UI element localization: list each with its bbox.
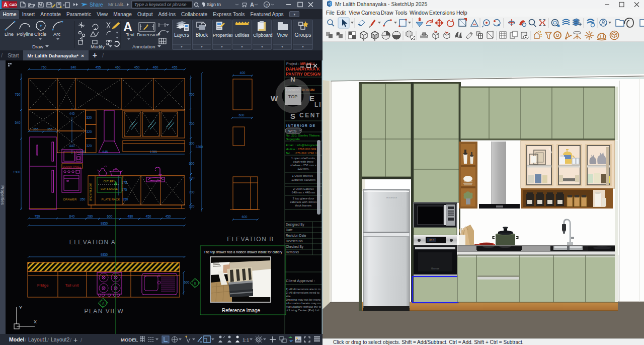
svg-text:ELEVATION A: ELEVATION A	[69, 239, 116, 246]
svg-text:Mr Lalith Dahanayaka - SketchU: Mr Lalith Dahanayaka - SketchUp 2025	[335, 1, 427, 7]
svg-text:88:8: 88:8	[429, 239, 434, 242]
svg-text:750: 750	[35, 215, 40, 218]
svg-text:9850: 9850	[101, 222, 108, 225]
svg-text:INTERIOR DE: INTERIOR DE	[286, 124, 315, 127]
svg-text:Drawing may not be repro: Drawing may not be repro	[286, 298, 321, 301]
svg-text:Revised No: Revised No	[286, 239, 303, 243]
svg-text:WCS: WCS	[288, 129, 297, 133]
svg-text:300: 300	[189, 142, 195, 145]
svg-text:each with three: each with three	[293, 160, 314, 163]
svg-text:?: ?	[266, 3, 268, 8]
svg-text:DRAWER: DRAWER	[63, 198, 77, 201]
svg-text:355: 355	[47, 127, 53, 131]
svg-text:450: 450	[166, 215, 171, 218]
svg-text:W: W	[271, 94, 278, 103]
svg-text:shelves - 250 mm x: shelves - 250 mm x	[290, 164, 316, 167]
svg-text:Email : info@livingcente: Email : info@livingcente	[286, 144, 319, 147]
svg-text:455: 455	[172, 65, 178, 69]
svg-text:460: 460	[153, 65, 158, 69]
svg-text:/: /	[25, 337, 27, 343]
svg-text:CUTLERY: CUTLERY	[103, 180, 115, 183]
svg-text:120: 120	[189, 204, 195, 208]
svg-text:400: 400	[240, 71, 246, 75]
svg-text:E: E	[309, 94, 314, 103]
svg-text:460: 460	[115, 65, 121, 69]
svg-text:N: N	[290, 76, 295, 83]
svg-text:/: /	[80, 337, 83, 343]
svg-text:SPICY PULLOUT: SPICY PULLOUT	[90, 183, 92, 201]
svg-text:Sign In: Sign In	[207, 2, 221, 7]
svg-text:Properties: Properties	[0, 185, 5, 205]
svg-text:manufacture without the w: manufacture without the w	[286, 305, 321, 308]
svg-text:CENT: CENT	[299, 112, 321, 119]
svg-text:+: +	[73, 336, 77, 344]
svg-text:760: 760	[15, 93, 21, 96]
svg-text:645: 645	[103, 150, 108, 154]
svg-text:PLAN VIEW: PLAN VIEW	[85, 308, 124, 315]
svg-text:450: 450	[134, 65, 140, 69]
svg-text:Designed By: Designed By	[286, 223, 305, 227]
svg-text:1900: 1900	[13, 170, 21, 174]
svg-text:TOP: TOP	[288, 94, 297, 99]
svg-text:365: 365	[33, 127, 39, 131]
svg-text:/: /	[47, 337, 49, 343]
svg-text:Revision Date: Revision Date	[286, 234, 306, 237]
svg-text:DUMMY PANEL: DUMMY PANEL	[63, 165, 81, 168]
svg-text:600: 600	[239, 113, 245, 117]
svg-text:HISENSE: HISENSE	[386, 196, 397, 199]
svg-text:Layout1: Layout1	[28, 336, 47, 342]
svg-text:350: 350	[123, 197, 128, 201]
svg-text:1) All dimensions are in m: 1) All dimensions are in m	[286, 288, 320, 291]
svg-text:840: 840	[71, 65, 76, 69]
svg-text:thick frames: thick frames	[295, 204, 311, 207]
svg-text:1 open shelf units,: 1 open shelf units,	[291, 157, 316, 160]
svg-text:Client Approval :: Client Approval :	[286, 279, 315, 283]
svg-text:Hisense: Hisense	[431, 267, 440, 270]
svg-text:320: 320	[87, 130, 92, 133]
svg-text:Checked By: Checked By	[286, 245, 304, 249]
svg-text:site.: site.	[286, 295, 291, 298]
svg-text:1 Open shelves -: 1 Open shelves -	[292, 174, 314, 177]
svg-text:1355mm x300mm: 1355mm x300mm	[291, 178, 315, 181]
svg-text:A: A	[4, 2, 8, 8]
svg-text:600: 600	[107, 215, 113, 218]
svg-text:1:1: 1:1	[243, 337, 249, 342]
svg-text:320: 320	[87, 116, 92, 119]
svg-text:480: 480	[128, 215, 133, 218]
svg-text:The top drawer has a hidden dr: The top drawer has a hidden drawer insid…	[204, 250, 282, 254]
svg-text:640mm x 440mm: 640mm x 440mm	[292, 191, 315, 194]
svg-text:9850: 9850	[101, 253, 108, 256]
svg-text:No. 220, Stanley Tilakara: No. 220, Stanley Tilakara	[286, 134, 320, 137]
svg-text:LIVIN: LIVIN	[314, 101, 323, 108]
svg-text:MODEL: MODEL	[121, 337, 138, 342]
svg-text:A: A	[250, 2, 254, 8]
svg-text:CAD: CAD	[9, 3, 17, 7]
svg-text:600: 600	[242, 215, 248, 219]
svg-text:A: A	[102, 302, 105, 305]
svg-text:ELEVATION B: ELEVATION B	[227, 236, 274, 243]
svg-text:Model: Model	[9, 336, 24, 342]
svg-text:3200: 3200	[196, 145, 203, 149]
svg-text:Reference image: Reference image	[222, 308, 261, 313]
svg-text:320 mm.: 320 mm.	[297, 167, 309, 170]
svg-text:Remarks: Remarks	[286, 250, 299, 254]
svg-text:Y: Y	[19, 305, 22, 310]
svg-text:120: 120	[189, 176, 195, 180]
svg-text:Tel : 076 663 1790 / 0: Tel : 076 663 1790 / 0	[286, 152, 318, 155]
svg-text:840: 840	[69, 215, 75, 218]
svg-text:700: 700	[189, 93, 195, 96]
svg-text:760: 760	[41, 65, 47, 69]
svg-text:Share: Share	[90, 2, 103, 8]
svg-text:Fridge: Fridge	[37, 283, 49, 288]
svg-text:Mr Lalit...: Mr Lalit...	[108, 2, 127, 7]
svg-text:Layout2: Layout2	[51, 336, 70, 342]
svg-text:X: X	[34, 319, 37, 324]
svg-text:Type a keyword or phrase: Type a keyword or phrase	[134, 2, 186, 7]
svg-text:455: 455	[96, 65, 101, 69]
svg-text:175: 175	[122, 188, 127, 191]
svg-text:320: 320	[87, 144, 92, 148]
svg-text:450: 450	[146, 215, 151, 218]
svg-text:700: 700	[189, 122, 195, 125]
svg-text:CUP & SAUCE: CUP & SAUCE	[101, 187, 118, 190]
svg-text:Date: Date	[286, 228, 293, 232]
